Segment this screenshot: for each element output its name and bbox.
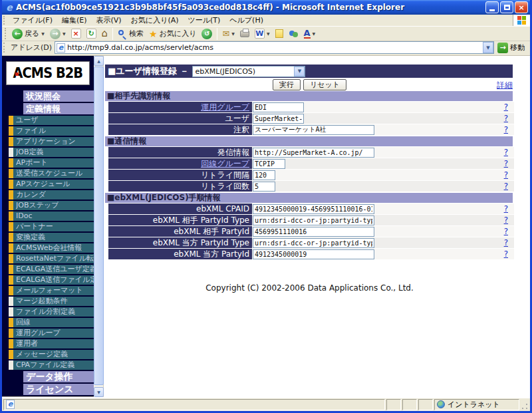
sidebar-item-job-step[interactable]: JOBステップ: [9, 201, 94, 210]
menu-file[interactable]: ファイル(F): [8, 15, 57, 26]
input-retry-count[interactable]: [253, 182, 275, 192]
edit-dropdown-icon[interactable]: ▼: [267, 31, 270, 36]
maximize-button[interactable]: [500, 1, 513, 13]
input-comment[interactable]: [253, 125, 374, 135]
help-link[interactable]: ?: [504, 170, 508, 180]
sidebar-item-application[interactable]: アプリケーション: [9, 137, 94, 146]
help-link[interactable]: ?: [504, 249, 508, 259]
input-line-group[interactable]: [253, 159, 285, 169]
addressbar-grip[interactable]: [3, 43, 7, 53]
field-label-operation-group[interactable]: 運用グループ: [108, 102, 252, 112]
menu-favorites[interactable]: お気に入り(A): [126, 15, 184, 26]
back-dropdown-icon[interactable]: ▼: [41, 31, 45, 36]
reset-button[interactable]: リセット: [303, 79, 346, 90]
detail-link[interactable]: 詳細: [497, 80, 513, 91]
help-link[interactable]: ?: [504, 102, 508, 112]
scroll-down-icon[interactable]: ▼: [94, 387, 104, 397]
toolbar-grip[interactable]: [5, 28, 8, 39]
sidebar-item-user[interactable]: ユーザ: [9, 116, 94, 125]
help-link[interactable]: ?: [504, 227, 508, 236]
sidebar-item-message-definition[interactable]: メッセージ定義: [9, 350, 94, 359]
mail-button[interactable]: ✉ ▼: [219, 27, 237, 41]
home-button[interactable]: ⌂: [99, 27, 111, 41]
sidebar-category-status-inquiry[interactable]: 状況照会: [23, 90, 94, 102]
menubar-grip[interactable]: [3, 16, 7, 25]
edit-word-button[interactable]: W ▼: [252, 27, 273, 41]
procedure-select[interactable]: ebXML(JEDICOS) ▼: [192, 66, 305, 77]
form-row-partner-partyid: ebXML 相手 PartyId ?: [105, 226, 514, 237]
menu-edit[interactable]: 編集(E): [57, 15, 92, 26]
sidebar-item-ecalga-send-file-definition[interactable]: ECALGA送信ファイル定義: [9, 275, 94, 285]
help-link[interactable]: ?: [504, 148, 508, 157]
sidebar-item-send-receive-schedule[interactable]: 送受信スケジュール: [9, 169, 94, 178]
sidebar-item-file-split-definition[interactable]: ファイル分割定義: [9, 307, 94, 317]
address-input[interactable]: [67, 43, 483, 52]
mail-dropdown-icon[interactable]: ▼: [231, 31, 235, 36]
sidebar-item-partner[interactable]: パートナー: [9, 222, 94, 231]
sidebar-item-calendar[interactable]: カレンダ: [9, 190, 94, 200]
sidebar-category-definition-info[interactable]: 定義情報: [23, 103, 94, 114]
field-label-line-group[interactable]: 回線グループ: [108, 158, 252, 169]
translate-button[interactable]: A ▼: [301, 27, 319, 41]
refresh-button[interactable]: ↻: [84, 27, 99, 41]
history-button[interactable]: ↺: [199, 27, 215, 41]
help-link[interactable]: ?: [504, 204, 508, 213]
back-button[interactable]: ← 戻る ▼: [9, 27, 47, 41]
sidebar-item-ap-schedule[interactable]: APスケジュール: [9, 180, 94, 189]
sidebar-item-line[interactable]: 回線: [9, 318, 94, 327]
select-dropdown-icon: ▼: [294, 67, 305, 76]
input-own-partyid-type[interactable]: [253, 238, 374, 248]
sidebar-item-mail-format[interactable]: メールフォーマット: [9, 286, 94, 295]
menu-tools[interactable]: ツール(T): [184, 15, 225, 26]
input-operation-group[interactable]: [253, 102, 304, 112]
input-sending-info[interactable]: [253, 148, 374, 158]
forward-button[interactable]: → ▼: [47, 27, 68, 41]
sidebar-item-ecalga-send-user-definition[interactable]: ECALGA送信ユーザ定義: [9, 265, 94, 274]
help-link[interactable]: ?: [504, 215, 508, 225]
resize-grip[interactable]: [521, 402, 529, 410]
favorites-button[interactable]: ★ お気に入り: [146, 27, 199, 41]
sidebar-item-operation-group[interactable]: 運用グループ: [9, 329, 94, 338]
sidebar-scrollbar[interactable]: ▲ ▼: [94, 56, 104, 397]
translate-dropdown-icon[interactable]: ▼: [313, 31, 316, 36]
sidebar-item-cpa-file-definition[interactable]: CPAファイル定義: [9, 360, 94, 370]
input-user[interactable]: [253, 114, 304, 124]
section-rows: 運用グループ ? ユーザ ? 注釈 ?: [105, 102, 530, 135]
scroll-up-icon[interactable]: ▲: [94, 56, 104, 66]
sidebar-category-license[interactable]: ライセンス: [23, 384, 94, 395]
close-button[interactable]: ×: [515, 1, 528, 13]
go-button[interactable]: → 移動: [494, 41, 528, 55]
sidebar-item-conversion-definition[interactable]: 変換定義: [9, 233, 94, 242]
forward-dropdown-icon[interactable]: ▼: [63, 31, 66, 36]
sidebar-category-data-operation[interactable]: データ操作: [23, 371, 94, 382]
input-retry-interval[interactable]: [253, 170, 275, 180]
search-button[interactable]: 検索: [115, 27, 146, 41]
execute-button[interactable]: 実行: [273, 79, 301, 90]
help-link[interactable]: ?: [504, 114, 508, 123]
sidebar-item-file[interactable]: ファイル: [9, 126, 94, 136]
sidebar-item-acmsweb-company-info[interactable]: ACMSWeb会社情報: [9, 243, 94, 253]
help-link[interactable]: ?: [504, 159, 508, 168]
sidebar-item-job-definition[interactable]: JOB定義: [9, 148, 94, 157]
discuss-note-button[interactable]: [273, 27, 286, 41]
input-partner-partyid[interactable]: [253, 227, 374, 237]
input-partner-partyid-type[interactable]: [253, 215, 374, 225]
stop-button[interactable]: ×: [68, 27, 84, 41]
messenger-button[interactable]: [286, 27, 301, 41]
input-own-partyid[interactable]: [253, 249, 374, 259]
sidebar-item-idoc[interactable]: IDoc: [9, 211, 94, 221]
scrollbar-thumb[interactable]: [94, 67, 104, 385]
help-link[interactable]: ?: [504, 238, 508, 247]
help-link[interactable]: ?: [504, 125, 508, 134]
sidebar-item-rosettanet-file-transfer[interactable]: RosettaNetファイル転送: [9, 254, 94, 263]
sidebar-item-ap-port[interactable]: APポート: [9, 158, 94, 168]
menu-help[interactable]: ヘルプ(H): [225, 15, 268, 26]
minimize-button[interactable]: [485, 1, 499, 13]
address-dropdown-icon[interactable]: ▼: [483, 42, 493, 53]
print-button[interactable]: [237, 27, 252, 41]
input-ebxml-cpaid[interactable]: [253, 204, 374, 214]
help-link[interactable]: ?: [504, 182, 508, 191]
sidebar-item-merge-start-condition[interactable]: マージ起動条件: [9, 297, 94, 306]
menu-view[interactable]: 表示(V): [92, 15, 126, 26]
sidebar-item-operator[interactable]: 運用者: [9, 339, 94, 348]
